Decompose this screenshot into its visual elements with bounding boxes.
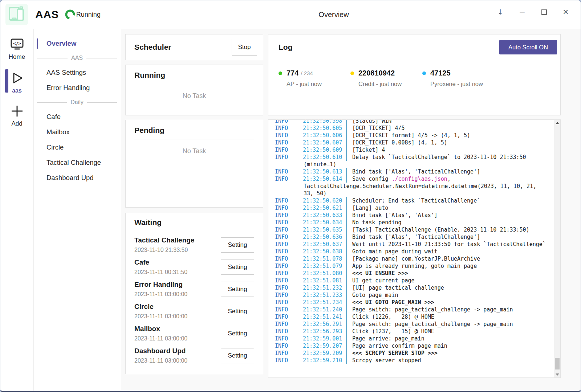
rail-item-add[interactable]: Add xyxy=(0,103,33,129)
stop-button[interactable]: Stop xyxy=(232,39,257,56)
setting-button[interactable]: Setting xyxy=(221,326,254,341)
log-line: INFO21:32:51.079App is already running, … xyxy=(275,262,554,270)
log-separator xyxy=(346,262,352,270)
log-timestamp: 21:32:50.634 xyxy=(303,219,346,226)
log-message: [UI] page_tactical_challenge xyxy=(352,285,444,291)
scroll-down-icon[interactable] xyxy=(554,371,560,377)
play-icon xyxy=(10,71,24,85)
log-level: INFO xyxy=(275,146,303,154)
auto-scroll-toggle[interactable]: Auto Scroll ON xyxy=(499,40,557,54)
waiting-task-info: Cafe2023-11-11 00:31:50 xyxy=(134,258,187,275)
log-column: Log Auto Scroll ON 774/ 234AP - just now… xyxy=(268,34,561,391)
log-level: INFO xyxy=(275,175,303,183)
setting-button[interactable]: Setting xyxy=(221,237,254,253)
log-line: INFO21:32:50.621[Lang] auto xyxy=(275,204,554,212)
waiting-task-name: Circle xyxy=(134,303,187,311)
log-line: INFO21:32:50.613Bind task ['Alas', 'Tact… xyxy=(275,168,554,175)
log-message: No task pending xyxy=(352,219,401,226)
maximize-icon xyxy=(541,9,547,15)
rail-item-label: aas xyxy=(12,87,22,94)
log-line: INFO21:32:56.293Click (1237, 15) @ HOME xyxy=(275,328,554,335)
waiting-task-info: Tactical Challenge2023-11-10 21:33:50 xyxy=(134,236,194,253)
log-timestamp: 21:32:50.605 xyxy=(303,124,346,132)
log-level: INFO xyxy=(275,241,303,248)
log-message: Page arrive: page_main xyxy=(352,335,424,342)
log-level: INFO xyxy=(275,328,303,335)
status-dot-icon xyxy=(422,72,426,75)
log-message: Bind task ['Alas', 'TacticalChallenge'] xyxy=(352,234,480,240)
log-separator xyxy=(346,350,352,357)
nav-item-error-handling[interactable]: Error Handling xyxy=(34,80,120,95)
log-level: INFO xyxy=(275,284,303,291)
log-message: UI get current page xyxy=(352,277,415,284)
status-dot-icon xyxy=(350,72,354,75)
app-window: AAS Running Overview ↓ — ✕ </> Home xyxy=(0,0,581,392)
log-scrollbar[interactable] xyxy=(554,120,560,377)
log-line: INFO21:32:50.598[Status] WIN xyxy=(275,119,554,124)
log-timestamp: 21:32:59.209 xyxy=(303,350,346,357)
log-timestamp: 21:32:51.081 xyxy=(303,277,346,284)
log-line: INFO21:32:51.078[Package_name] com.Yosta… xyxy=(275,255,554,262)
log-message: [OCR_TICKET 0.008s] (4, 1, 5) xyxy=(352,139,447,146)
waiting-task-next-run: 2023-11-11 03:00:00 xyxy=(134,335,187,342)
rail-item-aas[interactable]: aas xyxy=(0,69,33,95)
log-separator xyxy=(346,226,352,233)
log-level: INFO xyxy=(275,197,303,204)
log-lines: INFO21:32:50.598[Status] WININFO21:32:50… xyxy=(268,119,554,364)
log-message: [Ticket] 4 xyxy=(352,147,385,153)
nav-item-cafe[interactable]: Cafe xyxy=(34,109,120,124)
nav-item-mailbox[interactable]: Mailbox xyxy=(34,124,120,140)
log-message: Scrcpy server stopped xyxy=(352,357,421,364)
log-card: Log Auto Scroll ON 774/ 234AP - just now… xyxy=(268,34,561,115)
log-separator xyxy=(346,270,352,277)
setting-button[interactable]: Setting xyxy=(221,304,254,319)
scroll-up-icon[interactable] xyxy=(554,120,560,126)
log-message: Bind task ['Alas', 'TacticalChallenge'] xyxy=(352,168,480,175)
log-separator xyxy=(346,241,352,248)
spinner-icon xyxy=(65,9,76,20)
divider xyxy=(134,139,254,139)
svg-text:</>: </> xyxy=(13,41,21,46)
rollup-button[interactable]: ↓ xyxy=(496,7,505,17)
log-message: 33, 50) xyxy=(304,190,326,197)
setting-button[interactable]: Setting xyxy=(221,348,254,363)
maximize-button[interactable] xyxy=(539,7,549,17)
log-separator xyxy=(346,248,352,255)
title-bar: AAS Running Overview ↓ — ✕ xyxy=(0,0,581,29)
nav-item-aas-settings[interactable]: AAS Settings xyxy=(34,65,120,80)
log-line: INFO21:32:50.610Delay task `TacticalChal… xyxy=(275,154,554,161)
resource-stat: 47125Pyroxene - just now xyxy=(422,69,494,87)
close-button[interactable]: ✕ xyxy=(561,7,570,17)
log-separator xyxy=(346,132,352,139)
nav-item-dashboard-upd[interactable]: Dashboard Upd xyxy=(34,170,120,185)
nav-item-tactical-challenge[interactable]: Tactical Challenge xyxy=(34,155,120,170)
resource-stat-label: AP - just now xyxy=(279,81,350,87)
waiting-task-info: Dashboard Upd2023-11-11 03:00:00 xyxy=(134,347,187,364)
divider-line xyxy=(37,58,68,58)
waiting-task-name: Tactical Challenge xyxy=(134,236,194,244)
setting-button[interactable]: Setting xyxy=(221,260,254,275)
plus-icon xyxy=(10,104,24,118)
log-level: INFO xyxy=(275,168,303,175)
scrollbar-thumb[interactable] xyxy=(555,358,560,369)
code-monitor-icon: </> xyxy=(9,38,25,51)
nav-item-circle[interactable]: Circle xyxy=(34,140,120,155)
log-line: INFO21:32:51.080<<< UI ENSURE >>> xyxy=(275,270,554,277)
log-message: Bind task ['Alas', 'Alas'] xyxy=(352,212,438,219)
log-message: Page switch: page_tactical_challenge -> … xyxy=(352,306,513,313)
log-message: [Package_name] com.YostarJP.BlueArchive xyxy=(352,256,480,262)
log-level: INFO xyxy=(275,132,303,139)
log-timestamp: 21:32:50.610 xyxy=(303,154,346,161)
log-message: [Task] TacticalChallenge (Enable, 2023-1… xyxy=(352,226,529,233)
minimize-button[interactable]: — xyxy=(517,7,527,17)
nav-item-overview[interactable]: Overview xyxy=(34,36,120,51)
setting-button[interactable]: Setting xyxy=(221,282,254,297)
rail-item-home[interactable]: </> Home xyxy=(0,37,33,62)
running-title: Running xyxy=(134,71,254,79)
minimize-icon: — xyxy=(520,9,525,15)
log-separator xyxy=(346,342,352,350)
nav-section-divider: Daily xyxy=(34,95,120,109)
log-separator xyxy=(346,139,352,146)
log-timestamp: 21:32:51.232 xyxy=(303,284,346,291)
log-timestamp: 21:32:50.621 xyxy=(303,204,346,212)
